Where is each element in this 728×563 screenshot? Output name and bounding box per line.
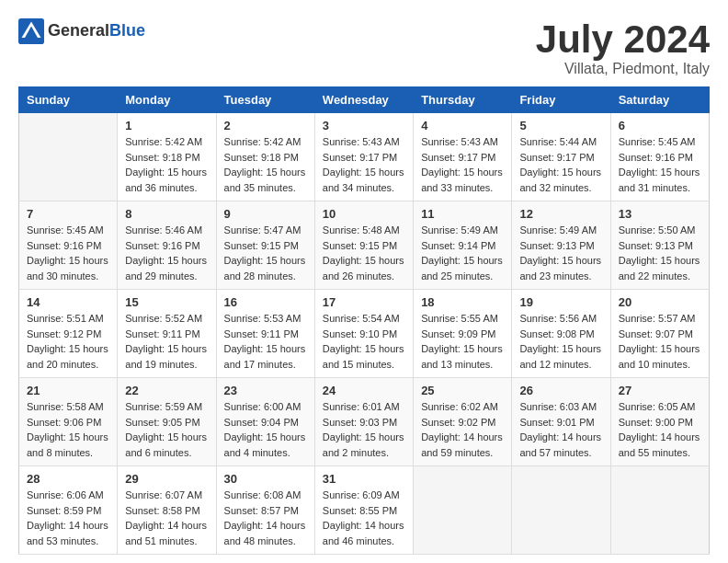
cell-line: Sunset: 9:01 PM xyxy=(519,415,602,431)
cell-line: Daylight: 15 hours xyxy=(224,253,307,269)
cell-line: and 10 minutes. xyxy=(619,357,701,373)
cell-line: and 8 minutes. xyxy=(27,445,109,461)
day-number: 30 xyxy=(224,472,307,486)
cell-line: and 46 minutes. xyxy=(323,534,405,549)
cell-line: Sunrise: 5:49 AM xyxy=(519,223,602,238)
logo-text: GeneralBlue xyxy=(48,22,145,40)
header-tuesday: Tuesday xyxy=(216,87,314,113)
cell-line: Sunrise: 5:54 AM xyxy=(323,311,405,327)
week-row-4: 21Sunrise: 5:58 AMSunset: 9:06 PMDayligh… xyxy=(19,378,710,466)
cell-line: and 23 minutes. xyxy=(519,269,602,284)
cell-line: Sunrise: 5:45 AM xyxy=(27,223,109,238)
day-number: 1 xyxy=(125,119,208,132)
cell-line: Daylight: 15 hours xyxy=(224,165,307,180)
calendar-cell: 31Sunrise: 6:09 AMSunset: 8:55 PMDayligh… xyxy=(314,466,413,555)
calendar-cell: 25Sunrise: 6:02 AMSunset: 9:02 PMDayligh… xyxy=(414,378,512,466)
calendar-cell: 11Sunrise: 5:49 AMSunset: 9:14 PMDayligh… xyxy=(414,201,512,290)
cell-line: and 51 minutes. xyxy=(125,534,208,549)
calendar-cell: 1Sunrise: 5:42 AMSunset: 9:18 PMDaylight… xyxy=(118,113,216,201)
cell-line: and 25 minutes. xyxy=(421,269,504,284)
cell-line: and 12 minutes. xyxy=(519,357,602,373)
day-number: 7 xyxy=(27,207,109,221)
cell-line: Daylight: 14 hours xyxy=(421,430,504,445)
cell-line: Sunrise: 5:58 AM xyxy=(27,399,109,415)
day-number: 11 xyxy=(421,207,504,221)
cell-line: Sunrise: 5:43 AM xyxy=(323,134,405,150)
cell-line: Sunrise: 5:56 AM xyxy=(519,311,602,327)
day-number: 14 xyxy=(27,295,109,309)
cell-line: Sunrise: 6:06 AM xyxy=(27,488,109,503)
cell-line: Daylight: 15 hours xyxy=(125,253,208,269)
calendar-cell: 15Sunrise: 5:52 AMSunset: 9:11 PMDayligh… xyxy=(118,290,216,378)
cell-line: and 32 minutes. xyxy=(519,180,602,196)
cell-line: Sunrise: 5:42 AM xyxy=(224,134,307,150)
day-number: 28 xyxy=(27,472,109,486)
cell-line: and 36 minutes. xyxy=(125,180,208,196)
calendar-table: SundayMondayTuesdayWednesdayThursdayFrid… xyxy=(18,86,710,555)
cell-line: Daylight: 15 hours xyxy=(619,165,701,180)
day-number: 8 xyxy=(125,207,208,221)
cell-line: Daylight: 14 hours xyxy=(27,518,109,534)
calendar-cell: 28Sunrise: 6:06 AMSunset: 8:59 PMDayligh… xyxy=(19,466,118,555)
cell-line: Daylight: 15 hours xyxy=(27,430,109,445)
header-thursday: Thursday xyxy=(414,87,512,113)
cell-line: Sunset: 8:55 PM xyxy=(323,503,405,519)
header-wednesday: Wednesday xyxy=(314,87,413,113)
cell-line: Sunset: 9:10 PM xyxy=(323,327,405,342)
cell-line: Sunset: 9:03 PM xyxy=(323,415,405,431)
day-number: 12 xyxy=(519,207,602,221)
calendar-cell: 18Sunrise: 5:55 AMSunset: 9:09 PMDayligh… xyxy=(414,290,512,378)
cell-line: Sunset: 9:18 PM xyxy=(224,150,307,166)
cell-line: Sunset: 8:58 PM xyxy=(125,503,208,519)
cell-line: and 6 minutes. xyxy=(125,445,208,461)
cell-line: and 17 minutes. xyxy=(224,357,307,373)
cell-line: Sunset: 9:05 PM xyxy=(125,415,208,431)
day-number: 20 xyxy=(619,295,701,309)
cell-line: and 53 minutes. xyxy=(27,534,109,549)
cell-line: Daylight: 15 hours xyxy=(224,341,307,357)
cell-line: and 59 minutes. xyxy=(421,445,504,461)
cell-line: Sunset: 9:18 PM xyxy=(125,150,208,166)
cell-line: Daylight: 15 hours xyxy=(519,165,602,180)
calendar-cell: 2Sunrise: 5:42 AMSunset: 9:18 PMDaylight… xyxy=(216,113,314,201)
day-number: 21 xyxy=(27,384,109,397)
calendar-header-row: SundayMondayTuesdayWednesdayThursdayFrid… xyxy=(19,87,710,113)
cell-line: and 48 minutes. xyxy=(224,534,307,549)
logo-icon xyxy=(18,18,44,44)
week-row-5: 28Sunrise: 6:06 AMSunset: 8:59 PMDayligh… xyxy=(19,466,710,555)
calendar-cell: 22Sunrise: 5:59 AMSunset: 9:05 PMDayligh… xyxy=(118,378,216,466)
day-number: 25 xyxy=(421,384,504,397)
calendar-cell: 3Sunrise: 5:43 AMSunset: 9:17 PMDaylight… xyxy=(314,113,413,201)
cell-line: Daylight: 15 hours xyxy=(323,341,405,357)
cell-line: Sunrise: 5:51 AM xyxy=(27,311,109,327)
cell-line: Sunset: 9:08 PM xyxy=(519,327,602,342)
cell-line: and 2 minutes. xyxy=(323,445,405,461)
cell-line: Daylight: 15 hours xyxy=(421,341,504,357)
cell-line: Sunset: 8:57 PM xyxy=(224,503,307,519)
cell-line: Sunset: 9:11 PM xyxy=(224,327,307,342)
cell-line: Daylight: 15 hours xyxy=(619,253,701,269)
cell-line: Sunrise: 6:05 AM xyxy=(619,399,701,415)
cell-line: Sunset: 9:12 PM xyxy=(27,327,109,342)
cell-line: Sunrise: 6:08 AM xyxy=(224,488,307,503)
day-number: 3 xyxy=(323,119,405,132)
cell-line: Sunset: 9:06 PM xyxy=(27,415,109,431)
cell-line: and 34 minutes. xyxy=(323,180,405,196)
cell-line: Sunrise: 5:42 AM xyxy=(125,134,208,150)
day-number: 17 xyxy=(323,295,405,309)
day-number: 23 xyxy=(224,384,307,397)
cell-line: and 19 minutes. xyxy=(125,357,208,373)
calendar-cell: 20Sunrise: 5:57 AMSunset: 9:07 PMDayligh… xyxy=(610,290,709,378)
calendar-cell: 4Sunrise: 5:43 AMSunset: 9:17 PMDaylight… xyxy=(414,113,512,201)
cell-line: Daylight: 15 hours xyxy=(519,341,602,357)
week-row-2: 7Sunrise: 5:45 AMSunset: 9:16 PMDaylight… xyxy=(19,201,710,290)
cell-line: and 57 minutes. xyxy=(519,445,602,461)
cell-line: Sunrise: 5:55 AM xyxy=(421,311,504,327)
cell-line: Sunrise: 5:47 AM xyxy=(224,223,307,238)
day-number: 26 xyxy=(519,384,602,397)
calendar-cell: 9Sunrise: 5:47 AMSunset: 9:15 PMDaylight… xyxy=(216,201,314,290)
cell-line: Sunrise: 6:01 AM xyxy=(323,399,405,415)
cell-line: Daylight: 15 hours xyxy=(27,341,109,357)
calendar-cell: 27Sunrise: 6:05 AMSunset: 9:00 PMDayligh… xyxy=(610,378,709,466)
cell-line: Daylight: 14 hours xyxy=(323,518,405,534)
